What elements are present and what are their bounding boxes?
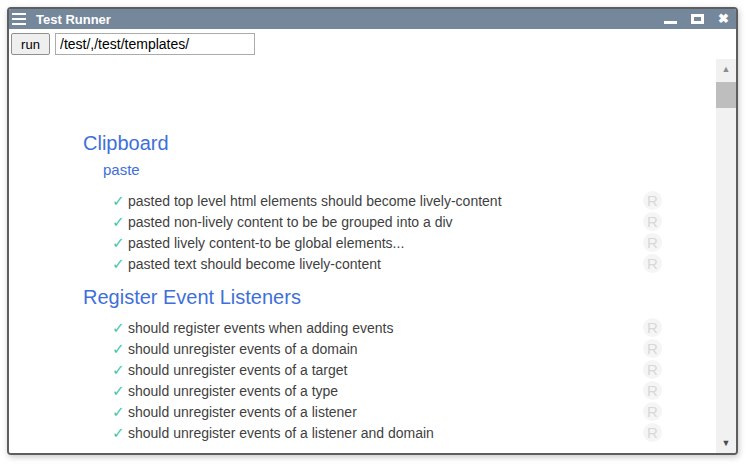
minimize-icon[interactable]	[664, 21, 677, 24]
test-group-register-event-listeners: ✓ should register events when adding eve…	[9, 317, 716, 443]
test-name: should unregister events of a listener a…	[128, 425, 434, 441]
toolbar: run	[9, 29, 736, 59]
scroll-down-icon[interactable]: ▼	[716, 433, 736, 453]
rerun-test-button[interactable]: R	[643, 402, 662, 421]
menu-icon[interactable]	[12, 12, 29, 26]
scroll-up-icon[interactable]: ▲	[716, 59, 736, 79]
test-name: should unregister events of a domain	[128, 341, 358, 357]
window-title: Test Runner	[36, 12, 111, 27]
test-group-clipboard: ✓ pasted top level html elements should …	[9, 190, 716, 274]
test-row: ✓ should register events when adding eve…	[9, 317, 716, 338]
pass-check-icon: ✓	[112, 382, 128, 400]
test-row: ✓ pasted non-lively content to be be gro…	[9, 211, 716, 232]
test-name: should unregister events of a listener	[128, 404, 357, 420]
test-name: should register events when adding event…	[128, 320, 393, 336]
test-row: ✓ should unregister events of a listener…	[9, 401, 716, 422]
pass-check-icon: ✓	[112, 361, 128, 379]
rerun-test-button[interactable]: R	[643, 233, 662, 252]
pass-check-icon: ✓	[112, 403, 128, 421]
section-title-register-event-listeners: Register Event Listeners	[83, 285, 716, 309]
test-path-input[interactable]	[55, 33, 255, 55]
rerun-test-button[interactable]: R	[643, 423, 662, 442]
pass-check-icon: ✓	[112, 192, 128, 210]
test-row: ✓ pasted text should become lively-conte…	[9, 253, 716, 274]
test-row: ✓ should unregister events of a target R	[9, 359, 716, 380]
pass-check-icon: ✓	[112, 255, 128, 273]
test-name: pasted lively content-to be global eleme…	[128, 235, 404, 251]
test-name: should unregister events of a target	[128, 362, 347, 378]
test-name: should unregister events of a type	[128, 383, 338, 399]
pass-check-icon: ✓	[112, 424, 128, 442]
rerun-test-button[interactable]: R	[643, 254, 662, 273]
test-row: ✓ pasted top level html elements should …	[9, 190, 716, 211]
test-name: pasted text should become lively-content	[128, 256, 381, 272]
test-row: ✓ should unregister events of a domain R	[9, 338, 716, 359]
scrollbar-thumb[interactable]	[716, 82, 736, 108]
rerun-test-button[interactable]: R	[643, 360, 662, 379]
section-title-clipboard: Clipboard	[83, 131, 716, 155]
pass-check-icon: ✓	[112, 319, 128, 337]
pass-check-icon: ✓	[112, 213, 128, 231]
rerun-test-button[interactable]: R	[643, 318, 662, 337]
test-row: ✓ should unregister events of a listener…	[9, 422, 716, 443]
rerun-test-button[interactable]: R	[643, 339, 662, 358]
pass-check-icon: ✓	[112, 340, 128, 358]
rerun-test-button[interactable]: R	[643, 191, 662, 210]
rerun-test-button[interactable]: R	[643, 381, 662, 400]
test-row: ✓ pasted lively content-to be global ele…	[9, 232, 716, 253]
window-controls: ✖	[664, 12, 729, 26]
test-row: ✓ should unregister events of a type R	[9, 380, 716, 401]
maximize-icon[interactable]	[691, 14, 704, 24]
vertical-scrollbar[interactable]: ▲ ▼	[716, 59, 736, 453]
test-runner-window: Test Runner ✖ run Clipboard paste ✓ past…	[7, 7, 738, 455]
test-results: Clipboard paste ✓ pasted top level html …	[9, 59, 716, 453]
run-button[interactable]: run	[11, 33, 50, 55]
test-name: pasted non-lively content to be be group…	[128, 214, 453, 230]
test-name: pasted top level html elements should be…	[128, 193, 502, 209]
window-titlebar[interactable]: Test Runner ✖	[9, 9, 736, 29]
rerun-test-button[interactable]: R	[643, 212, 662, 231]
pass-check-icon: ✓	[112, 234, 128, 252]
section-subtitle-paste: paste	[103, 161, 716, 179]
close-icon[interactable]: ✖	[718, 12, 729, 26]
